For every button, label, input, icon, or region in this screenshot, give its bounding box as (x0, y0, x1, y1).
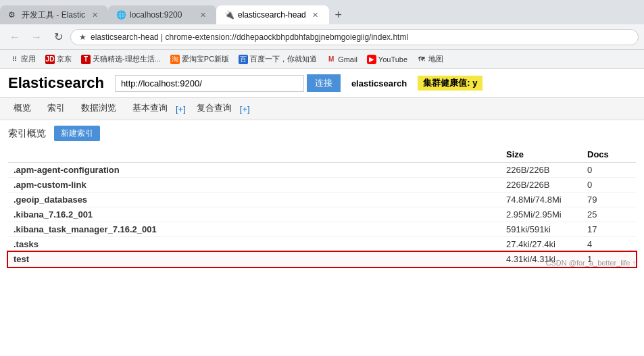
tab1-title: 开发工具 - Elastic (22, 9, 85, 21)
col-header-docs: Docs (582, 147, 636, 163)
bookmark-maps-label: 地图 (428, 54, 443, 64)
tab-bar: ⚙ 开发工具 - Elastic ✕ 🌐 localhost:9200 ✕ 🔌 … (0, 0, 644, 24)
address-text: elasticsearch-head | chrome-extension://… (91, 32, 408, 42)
tab1-close[interactable]: ✕ (89, 9, 100, 20)
new-tab-button[interactable]: + (329, 5, 348, 24)
index-size-cell: 74.8Mi/74.8Mi (501, 193, 582, 207)
back-button[interactable]: ← (5, 28, 24, 47)
index-name-cell: .tasks (8, 237, 501, 252)
es-url-input[interactable] (115, 75, 304, 92)
tab2-title: localhost:9200 (130, 10, 193, 20)
index-size-cell: 27.4ki/27.4ki (501, 237, 582, 252)
col-header-size: Size (501, 147, 582, 163)
index-overview: 索引概览 新建索引 Size Docs .apm-agent-configura… (0, 120, 644, 272)
lock-icon: ★ (79, 32, 86, 42)
reload-button[interactable]: ↻ (49, 28, 68, 47)
index-name-cell: .geoip_databases (8, 193, 501, 207)
index-docs-cell: 17 (582, 222, 636, 237)
bookmark-gmail-label: Gmail (338, 55, 357, 63)
apps-icon: ⠿ (9, 55, 19, 64)
index-name-cell: .apm-agent-configuration (8, 163, 501, 178)
tab-2[interactable]: 🌐 localhost:9200 ✕ (108, 5, 216, 24)
table-row[interactable]: test 4.31ki/4.31ki 1 (8, 252, 636, 267)
bookmark-maps[interactable]: 🗺 地图 (413, 53, 447, 66)
index-name-cell: .kibana_task_manager_7.16.2_001 (8, 222, 501, 237)
es-connect-button[interactable]: 连接 (307, 74, 341, 92)
es-logo: Elasticsearch (8, 74, 104, 92)
es-health-badge: 集群健康值: y (418, 76, 482, 91)
index-name-cell: test (8, 252, 501, 267)
baidu-icon: 百 (239, 55, 248, 64)
index-size-cell: 591ki/591ki (501, 222, 582, 237)
es-header: Elasticsearch 连接 elasticsearch 集群健康值: y (0, 69, 644, 98)
tab-basic-query[interactable]: 基本查询 (124, 98, 176, 120)
maps-icon: 🗺 (417, 55, 426, 64)
tab3-close[interactable]: ✕ (310, 9, 321, 20)
bookmark-youtube[interactable]: ▶ YouTube (363, 53, 412, 66)
table-row[interactable]: .geoip_databases 74.8Mi/74.8Mi 79 (8, 193, 636, 207)
index-size-cell: 226B/226B (501, 163, 582, 178)
table-row[interactable]: .apm-agent-configuration 226B/226B 0 (8, 163, 636, 178)
bookmark-jd-label: 京东 (57, 54, 72, 64)
index-docs-cell: 25 (582, 207, 636, 222)
footer-note: CSDN @for_a_better_life ↑ (546, 259, 636, 267)
bookmark-baidu[interactable]: 百 百度一下，你就知道 (234, 53, 321, 66)
youtube-icon: ▶ (367, 55, 376, 64)
tab1-icon: ⚙ (8, 10, 18, 20)
index-overview-title: 索引概览 (8, 128, 46, 140)
index-docs-cell: 0 (582, 178, 636, 193)
bookmark-tmall[interactable]: T 天猫精选-理想生活... (77, 53, 165, 66)
gmail-icon: M (326, 55, 336, 64)
taobao-icon: 淘 (170, 55, 180, 64)
es-url-bar: 连接 (115, 74, 341, 92)
tab-3[interactable]: 🔌 elasticsearch-head ✕ (216, 5, 329, 24)
page-content: Elasticsearch 连接 elasticsearch 集群健康值: y … (0, 69, 644, 272)
bookmarks-bar: ⠿ 应用 JD 京东 T 天猫精选-理想生活... 淘 爱淘宝PC新版 百 百度… (0, 50, 644, 69)
bookmark-taobao-label: 爱淘宝PC新版 (182, 54, 229, 64)
bookmark-jd[interactable]: JD 京东 (41, 53, 76, 66)
index-name-cell: .apm-custom-link (8, 178, 501, 193)
bookmark-baidu-label: 百度一下，你就知道 (250, 54, 317, 64)
jd-icon: JD (45, 55, 55, 64)
forward-button[interactable]: → (27, 28, 46, 47)
nav-bar: ← → ↻ ★ elasticsearch-head | chrome-exte… (0, 24, 644, 50)
table-row[interactable]: .tasks 27.4ki/27.4ki 4 (8, 237, 636, 252)
table-row[interactable]: .kibana_7.16.2_001 2.95Mi/2.95Mi 25 (8, 207, 636, 222)
index-docs-cell: 4 (582, 237, 636, 252)
tab-1[interactable]: ⚙ 开发工具 - Elastic ✕ (0, 5, 108, 24)
es-nav: 概览 索引 数据浏览 基本查询 [+] 复合查询 [+] (0, 98, 644, 120)
tab-data-browse[interactable]: 数据浏览 (73, 98, 124, 120)
tab3-icon: 🔌 (224, 10, 234, 20)
bookmark-taobao[interactable]: 淘 爱淘宝PC新版 (166, 53, 233, 66)
bookmark-gmail[interactable]: M Gmail (322, 53, 362, 66)
bookmark-tmall-label: 天猫精选-理想生活... (93, 54, 161, 64)
table-header-row: Size Docs (8, 147, 636, 163)
table-row[interactable]: .apm-custom-link 226B/226B 0 (8, 178, 636, 193)
bookmark-apps-label: 应用 (21, 54, 36, 64)
index-overview-header: 索引概览 新建索引 (8, 126, 636, 141)
index-size-cell: 226B/226B (501, 178, 582, 193)
tmall-icon: T (81, 55, 91, 64)
tab-overview[interactable]: 概览 (5, 98, 39, 120)
index-size-cell: 2.95Mi/2.95Mi (501, 207, 582, 222)
browser-chrome: ⚙ 开发工具 - Elastic ✕ 🌐 localhost:9200 ✕ 🔌 … (0, 0, 644, 69)
index-table: Size Docs .apm-agent-configuration 226B/… (8, 147, 636, 267)
index-docs-cell: 0 (582, 163, 636, 178)
tab2-icon: 🌐 (116, 10, 126, 20)
bookmark-youtube-label: YouTube (378, 55, 407, 63)
tab3-title: elasticsearch-head (238, 10, 306, 20)
tab2-close[interactable]: ✕ (197, 9, 208, 20)
tab-index[interactable]: 索引 (39, 98, 73, 120)
new-index-button[interactable]: 新建索引 (54, 126, 100, 141)
tab-basic-query-plus[interactable]: [+] (176, 104, 186, 114)
tab-complex-query[interactable]: 复合查询 (189, 98, 240, 120)
tab-complex-query-plus[interactable]: [+] (240, 104, 250, 114)
bookmark-apps[interactable]: ⠿ 应用 (5, 53, 40, 66)
table-row[interactable]: .kibana_task_manager_7.16.2_001 591ki/59… (8, 222, 636, 237)
col-header-name (8, 147, 501, 163)
address-bar[interactable]: ★ elasticsearch-head | chrome-extension:… (70, 29, 639, 45)
index-name-cell: .kibana_7.16.2_001 (8, 207, 501, 222)
es-cluster-label: elasticsearch (351, 78, 407, 88)
index-docs-cell: 79 (582, 193, 636, 207)
